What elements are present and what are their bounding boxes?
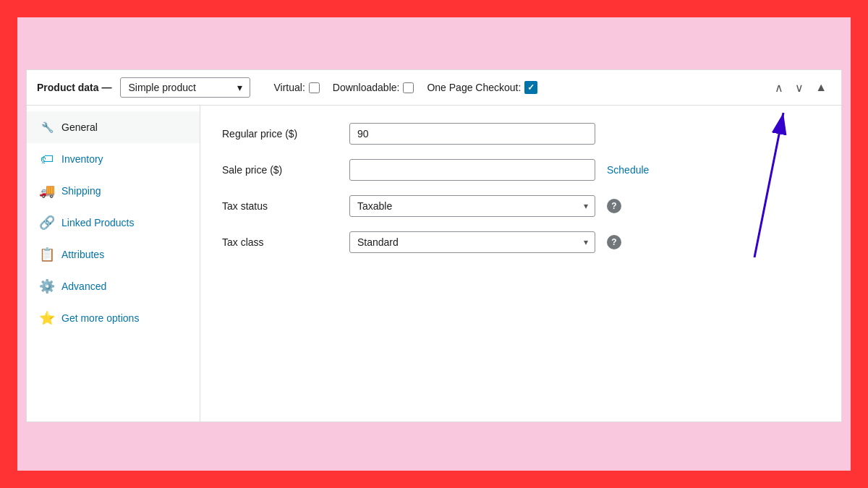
product-data-label: Product data — (37, 82, 111, 93)
inventory-icon: 🏷 (40, 152, 54, 166)
sidebar-item-shipping[interactable]: 🚚 Shipping (27, 175, 200, 207)
sidebar-item-get-more[interactable]: ⭐ Get more options (27, 302, 200, 334)
sidebar-item-attributes[interactable]: 📋 Attributes (27, 239, 200, 270)
schedule-link[interactable]: Schedule (607, 164, 649, 176)
sale-price-input[interactable] (349, 159, 595, 181)
star-icon: ⭐ (40, 311, 54, 325)
regular-price-row: Regular price ($) (222, 123, 820, 145)
one-page-checkout-label[interactable]: One Page Checkout: (427, 81, 537, 94)
product-type-select[interactable]: Simple product ▾ (120, 77, 250, 98)
sidebar-get-more-label: Get more options (61, 312, 139, 324)
tax-class-help-icon[interactable]: ? (607, 235, 621, 249)
sidebar-attributes-label: Attributes (61, 249, 104, 260)
gear-icon: ⚙️ (40, 279, 54, 294)
tax-class-row: Tax class Standard Reduced rate Zero rat… (222, 231, 820, 253)
collapse-hide-button[interactable]: ▲ (811, 78, 831, 97)
tax-class-select-wrapper: Standard Reduced rate Zero rate ▾ (349, 231, 595, 253)
sidebar-item-advanced[interactable]: ⚙️ Advanced (27, 270, 200, 302)
regular-price-label: Regular price ($) (222, 128, 338, 140)
sidebar-item-linked-products[interactable]: 🔗 Linked Products (27, 207, 200, 239)
sale-price-row: Sale price ($) Schedule (222, 159, 820, 181)
collapse-down-button[interactable]: ∨ (791, 78, 808, 98)
virtual-checkbox[interactable] (309, 82, 320, 93)
attributes-icon: 📋 (40, 247, 54, 262)
sidebar-inventory-label: Inventory (61, 153, 103, 165)
sidebar-linked-label: Linked Products (61, 217, 134, 228)
product-type-arrow-icon: ▾ (237, 82, 242, 93)
shipping-icon: 🚚 (40, 184, 54, 198)
link-icon: 🔗 (40, 215, 54, 230)
sale-price-label: Sale price ($) (222, 164, 338, 176)
virtual-checkbox-label[interactable]: Virtual: (273, 82, 319, 93)
tax-status-row: Tax status Taxable Shipping only None ▾ … (222, 195, 820, 217)
product-type-value: Simple product (128, 82, 195, 93)
tax-status-select-wrapper: Taxable Shipping only None ▾ (349, 195, 595, 217)
collapse-up-button[interactable]: ∧ (770, 78, 788, 98)
tax-class-select[interactable]: Standard Reduced rate Zero rate (349, 231, 595, 253)
sidebar-shipping-label: Shipping (61, 185, 101, 197)
header-checkboxes: Virtual: Downloadable: One Page Checkout… (273, 81, 537, 94)
product-data-header: Product data — Simple product ▾ Virtual:… (27, 70, 841, 106)
tax-class-label: Tax class (222, 236, 338, 248)
downloadable-checkbox-label[interactable]: Downloadable: (333, 82, 414, 93)
content-area: Regular price ($) Sale price ($) Schedul… (200, 106, 841, 421)
tax-status-label: Tax status (222, 200, 338, 212)
wrench-icon: 🔧 (40, 120, 54, 134)
downloadable-label: Downloadable: (333, 82, 400, 93)
regular-price-input[interactable] (349, 123, 595, 145)
tax-status-help-icon[interactable]: ? (607, 199, 621, 213)
sidebar-general-label: General (61, 121, 98, 133)
sidebar-item-general[interactable]: 🔧 General (27, 111, 200, 143)
one-page-checkout-text: One Page Checkout: (427, 82, 521, 93)
downloadable-checkbox[interactable] (403, 82, 414, 93)
tax-status-select[interactable]: Taxable Shipping only None (349, 195, 595, 217)
header-controls: ∧ ∨ ▲ (770, 78, 831, 98)
sidebar: 🔧 General 🏷 Inventory 🚚 Shipping 🔗 Linke… (27, 106, 200, 421)
one-page-checkout-checkbox[interactable] (524, 81, 537, 94)
product-data-body: 🔧 General 🏷 Inventory 🚚 Shipping 🔗 Linke… (27, 106, 841, 421)
sidebar-item-inventory[interactable]: 🏷 Inventory (27, 143, 200, 175)
virtual-label: Virtual: (273, 82, 305, 93)
sidebar-advanced-label: Advanced (61, 281, 106, 292)
